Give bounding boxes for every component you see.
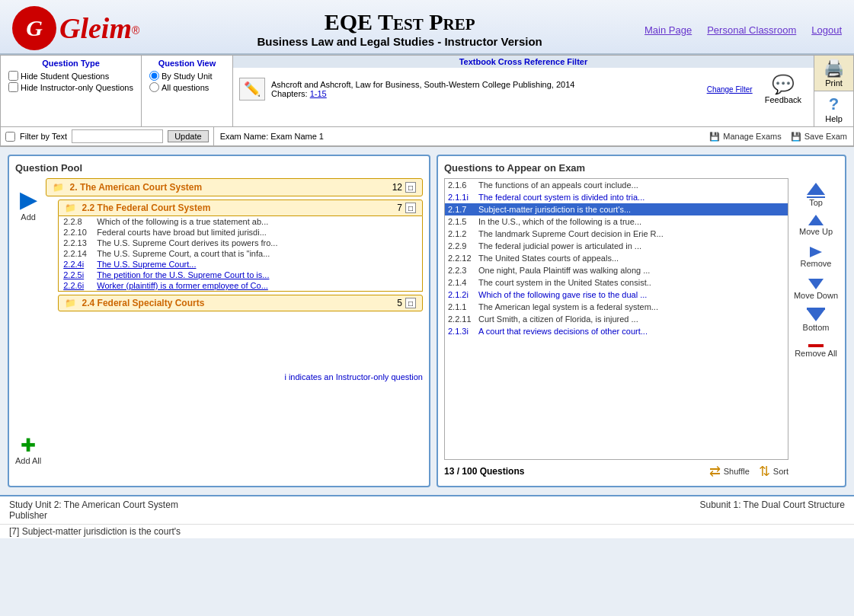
question-2210-text: Federal courts have broad but limited ju… [97,228,267,237]
hide-instructor-label: Hide Instructor-only Questions [21,83,133,92]
save-exam-button[interactable]: 💾 Save Exam [791,132,847,142]
q-item-2211[interactable]: 2.2.11 Curt Smith, a citizen of Florida,… [445,313,788,325]
update-button[interactable]: Update [168,130,208,142]
q-item-211i[interactable]: 2.1.1i The federal court system is divid… [445,191,788,203]
question-2213-num: 2.2.13 [63,238,92,247]
logo: G Gleim® [12,6,139,50]
bottom-button[interactable]: Bottom [803,306,830,332]
q-item-217[interactable]: 2.1.7 Subject-matter jurisdiction is the… [445,203,788,215]
question-224i[interactable]: 2.2.4i The U.S. Supreme Court... [59,259,422,270]
remove-all-button[interactable]: Remove All [795,344,837,358]
q-item-229[interactable]: 2.2.9 The federal judicial power is arti… [445,240,788,252]
subchapter-24-folder-icon: 📁 [65,298,76,308]
subchapter-22-count: 7 [397,203,402,213]
move-down-button[interactable]: Move Down [794,277,838,300]
questions-list-box[interactable]: 2.1.6 The functions of an appeals court … [444,178,788,460]
question-pool-panel: Question Pool ▶ Add ✚ Add All 📁 [8,155,430,487]
chapters-link[interactable]: 1-15 [310,89,327,98]
hide-student-checkbox-row[interactable]: Hide Student Questions [8,71,133,81]
subchapter-24-title: 📁 2.4 Federal Specialty Courts [65,298,204,308]
all-questions-radio-row[interactable]: All questions [149,82,225,92]
q-item-223[interactable]: 2.2.3 One night, Paula Plaintiff was wal… [445,264,788,276]
subchapter-22-questions: 2.2.8 Which of the following is a true s… [58,216,423,292]
chapters-row: Chapters: 1-15 [271,89,701,98]
help-button[interactable]: ? Help [814,91,853,126]
question-226i-text: Worker (plaintiff) is a former employee … [97,281,268,290]
subchapter-24-header[interactable]: 📁 2.4 Federal Specialty Courts 5 □ [58,295,423,311]
logout-link[interactable]: Logout [811,24,842,36]
q-text-215: In the U.S., which of the following is a… [478,217,641,226]
q-item-213i[interactable]: 2.1.3i A court that reviews decisions of… [445,325,788,337]
subchapter-22-header[interactable]: 📁 2.2 The Federal Court System 7 □ [58,199,423,216]
hide-student-checkbox[interactable] [8,71,18,81]
hide-instructor-checkbox[interactable] [8,82,18,92]
main-page-link[interactable]: Main Page [644,24,692,36]
by-study-unit-radio-row[interactable]: By Study Unit [149,71,225,81]
q-item-214[interactable]: 2.1.4 The court system in the United Sta… [445,276,788,289]
filter-text-section: Filter by Text Update [0,127,214,146]
textbook-filter-section: Textbook Cross Reference Filter ✏️ Ashcr… [232,55,814,127]
q-num-229: 2.2.9 [448,241,474,251]
add-button[interactable]: ▶ Add [20,186,37,222]
subchapter-22: 📁 2.2 The Federal Court System 7 □ 2.2.8… [58,199,423,292]
study-unit-label: Study Unit 2: The American Court System [9,500,178,510]
question-228-text: Which of the following is a true stateme… [97,217,268,226]
q-num-214: 2.1.4 [448,278,474,287]
subchapter-22-expand-icon: □ [405,203,416,213]
remove-icon [808,245,824,259]
question-2213-text: The U.S. Supreme Court derives its power… [97,238,277,247]
personal-classroom-link[interactable]: Personal Classroom [707,24,796,36]
filter-text-input[interactable] [72,129,163,143]
publisher-label: Publisher [9,510,178,521]
add-all-button[interactable]: ✚ Add All [15,435,41,465]
preview-bar: [7] Subject-matter jurisdiction is the c… [0,524,854,538]
print-button[interactable]: 🖨️ Print [814,56,853,91]
subchapter-24: 📁 2.4 Federal Specialty Courts 5 □ [58,295,423,311]
sort-icon: ⇅ [759,463,770,480]
exam-row: Exam Name: Exam Name 1 💾 Manage Exams 💾 … [214,127,854,146]
q-text-216: The functions of an appeals court includ… [478,180,638,190]
top-button[interactable]: Top [805,181,827,207]
q-num-2212: 2.2.12 [448,254,474,263]
change-filter-link[interactable]: Change Filter [707,85,753,94]
print-help-section: 🖨️ Print ? Help [814,55,854,127]
remove-button[interactable]: Remove [801,245,832,268]
move-up-label: Move Up [799,227,833,236]
question-224i-text: The U.S. Supreme Court... [97,260,196,269]
sort-button[interactable]: ⇅ Sort [759,463,788,480]
q-text-211: The American legal system is a federal s… [478,302,658,311]
move-up-button[interactable]: Move Up [799,213,833,236]
subchapter-24-count: 5 [397,298,402,308]
filter-by-text-checkbox[interactable] [5,132,15,142]
manage-exams-button[interactable]: 💾 Manage Exams [709,132,781,142]
sort-label: Sort [773,467,788,476]
q-item-215[interactable]: 2.1.5 In the U.S., which of the followin… [445,215,788,228]
by-study-unit-radio[interactable] [149,71,159,81]
shuffle-button[interactable]: ⇄ Shuffle [709,463,750,480]
all-questions-radio[interactable] [149,82,159,92]
question-type-section: Question Type Hide Student Questions Hid… [0,55,141,127]
question-225i-text: The petition for the U.S. Supreme Court … [97,270,269,279]
question-228: 2.2.8 Which of the following is a true s… [59,216,422,227]
by-study-unit-label: By Study Unit [162,72,213,81]
nav-buttons: Top Move Up Remove [793,178,839,480]
help-icon: ? [829,94,839,114]
q-item-216[interactable]: 2.1.6 The functions of an appeals court … [445,179,788,191]
help-label: Help [825,114,843,123]
q-text-212i: Which of the following gave rise to the … [478,290,647,299]
q-item-212[interactable]: 2.1.2 The landmark Supreme Court decisio… [445,228,788,240]
question-type-label: Question Type [8,59,133,68]
q-item-2212[interactable]: 2.2.12 The United States courts of appea… [445,252,788,264]
hide-instructor-checkbox-row[interactable]: Hide Instructor-only Questions [8,82,133,92]
subchapter-24-expand-icon: □ [405,298,416,308]
q-text-211i: The federal court system is divided into… [478,193,644,202]
question-226i[interactable]: 2.2.6i Worker (plaintiff) is a former em… [59,280,422,291]
feedback-button[interactable]: 💬 Feedback [759,71,808,107]
print-label: Print [825,78,843,88]
question-226i-num: 2.2.6i [63,281,92,290]
question-225i[interactable]: 2.2.5i The petition for the U.S. Supreme… [59,270,422,280]
q-item-212i[interactable]: 2.1.2i Which of the following gave rise … [445,289,788,301]
q-item-211[interactable]: 2.1.1 The American legal system is a fed… [445,301,788,313]
bottom-right: Subunit 1: The Dual Court Structure [699,500,845,521]
chapter-2-header[interactable]: 📁 2. The American Court System 12 □ [46,178,423,196]
